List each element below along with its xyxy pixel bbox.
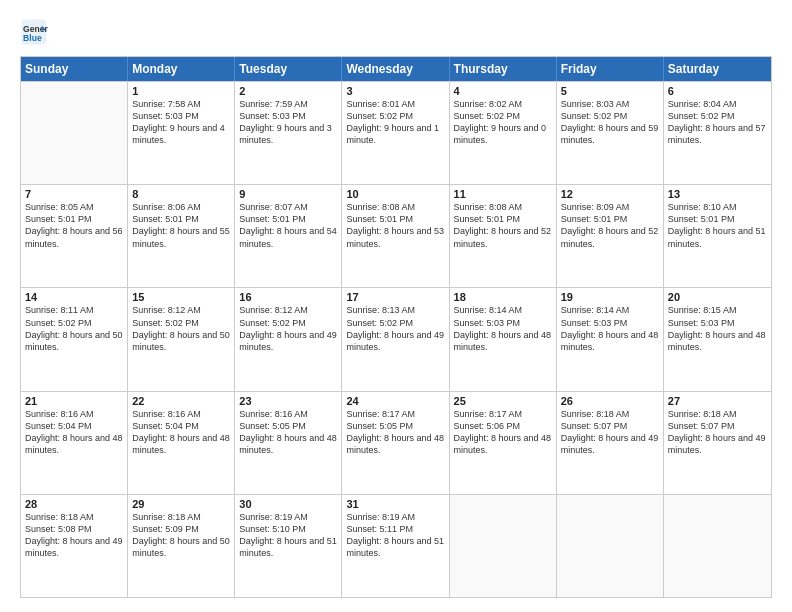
- sunrise-line: Sunrise: 8:08 AM: [454, 201, 552, 213]
- sunrise-line: Sunrise: 8:19 AM: [239, 511, 337, 523]
- daylight-label: Daylight: 8 hours and 55 minutes.: [132, 225, 230, 249]
- sunrise-line: Sunrise: 8:16 AM: [132, 408, 230, 420]
- day-header-saturday: Saturday: [664, 57, 771, 81]
- sunrise-line: Sunrise: 8:16 AM: [239, 408, 337, 420]
- sunset-line: Sunset: 5:06 PM: [454, 420, 552, 432]
- day-number: 8: [132, 188, 230, 200]
- week-row-5: 28Sunrise: 8:18 AMSunset: 5:08 PMDayligh…: [21, 494, 771, 597]
- day-number: 11: [454, 188, 552, 200]
- day-number: 30: [239, 498, 337, 510]
- day-cell-16: 16Sunrise: 8:12 AMSunset: 5:02 PMDayligh…: [235, 288, 342, 390]
- daylight-label: Daylight: 8 hours and 48 minutes.: [561, 329, 659, 353]
- sunset-line: Sunset: 5:05 PM: [346, 420, 444, 432]
- sunrise-line: Sunrise: 8:04 AM: [668, 98, 767, 110]
- sunrise-line: Sunrise: 8:15 AM: [668, 304, 767, 316]
- day-cell-5: 5Sunrise: 8:03 AMSunset: 5:02 PMDaylight…: [557, 82, 664, 184]
- calendar-body: 1Sunrise: 7:58 AMSunset: 5:03 PMDaylight…: [21, 81, 771, 597]
- sunset-line: Sunset: 5:02 PM: [239, 317, 337, 329]
- empty-cell: [557, 495, 664, 597]
- day-number: 5: [561, 85, 659, 97]
- daylight-label: Daylight: 8 hours and 48 minutes.: [668, 329, 767, 353]
- sunrise-line: Sunrise: 8:06 AM: [132, 201, 230, 213]
- sunrise-line: Sunrise: 8:12 AM: [132, 304, 230, 316]
- day-number: 23: [239, 395, 337, 407]
- day-cell-19: 19Sunrise: 8:14 AMSunset: 5:03 PMDayligh…: [557, 288, 664, 390]
- day-number: 18: [454, 291, 552, 303]
- sunset-line: Sunset: 5:05 PM: [239, 420, 337, 432]
- daylight-label: Daylight: 8 hours and 49 minutes.: [561, 432, 659, 456]
- daylight-label: Daylight: 8 hours and 50 minutes.: [25, 329, 123, 353]
- day-cell-30: 30Sunrise: 8:19 AMSunset: 5:10 PMDayligh…: [235, 495, 342, 597]
- daylight-label: Daylight: 8 hours and 52 minutes.: [454, 225, 552, 249]
- empty-cell: [21, 82, 128, 184]
- sunset-line: Sunset: 5:07 PM: [668, 420, 767, 432]
- day-cell-6: 6Sunrise: 8:04 AMSunset: 5:02 PMDaylight…: [664, 82, 771, 184]
- day-number: 14: [25, 291, 123, 303]
- day-header-wednesday: Wednesday: [342, 57, 449, 81]
- sunrise-line: Sunrise: 8:18 AM: [25, 511, 123, 523]
- daylight-label: Daylight: 8 hours and 51 minutes.: [346, 535, 444, 559]
- daylight-label: Daylight: 8 hours and 48 minutes.: [25, 432, 123, 456]
- sunrise-line: Sunrise: 8:18 AM: [668, 408, 767, 420]
- day-header-friday: Friday: [557, 57, 664, 81]
- day-cell-2: 2Sunrise: 7:59 AMSunset: 5:03 PMDaylight…: [235, 82, 342, 184]
- sunset-line: Sunset: 5:07 PM: [561, 420, 659, 432]
- sunrise-line: Sunrise: 8:03 AM: [561, 98, 659, 110]
- daylight-label: Daylight: 8 hours and 50 minutes.: [132, 535, 230, 559]
- week-row-2: 7Sunrise: 8:05 AMSunset: 5:01 PMDaylight…: [21, 184, 771, 287]
- sunrise-line: Sunrise: 8:11 AM: [25, 304, 123, 316]
- sunrise-line: Sunrise: 8:09 AM: [561, 201, 659, 213]
- day-cell-13: 13Sunrise: 8:10 AMSunset: 5:01 PMDayligh…: [664, 185, 771, 287]
- day-number: 17: [346, 291, 444, 303]
- sunset-line: Sunset: 5:03 PM: [239, 110, 337, 122]
- day-number: 22: [132, 395, 230, 407]
- header: General Blue: [20, 18, 772, 46]
- sunrise-line: Sunrise: 8:08 AM: [346, 201, 444, 213]
- sunset-line: Sunset: 5:02 PM: [346, 317, 444, 329]
- week-row-1: 1Sunrise: 7:58 AMSunset: 5:03 PMDaylight…: [21, 81, 771, 184]
- day-number: 1: [132, 85, 230, 97]
- day-header-monday: Monday: [128, 57, 235, 81]
- sunrise-line: Sunrise: 8:05 AM: [25, 201, 123, 213]
- sunset-line: Sunset: 5:02 PM: [668, 110, 767, 122]
- svg-text:Blue: Blue: [23, 33, 42, 43]
- sunset-line: Sunset: 5:01 PM: [346, 213, 444, 225]
- logo-icon: General Blue: [20, 18, 48, 46]
- day-header-sunday: Sunday: [21, 57, 128, 81]
- daylight-label: Daylight: 8 hours and 49 minutes.: [239, 329, 337, 353]
- daylight-label: Daylight: 8 hours and 51 minutes.: [668, 225, 767, 249]
- daylight-label: Daylight: 8 hours and 51 minutes.: [239, 535, 337, 559]
- daylight-label: Daylight: 9 hours and 0 minutes.: [454, 122, 552, 146]
- sunset-line: Sunset: 5:02 PM: [132, 317, 230, 329]
- daylight-label: Daylight: 8 hours and 49 minutes.: [346, 329, 444, 353]
- daylight-label: Daylight: 8 hours and 50 minutes.: [132, 329, 230, 353]
- calendar-header-row: SundayMondayTuesdayWednesdayThursdayFrid…: [21, 57, 771, 81]
- day-number: 26: [561, 395, 659, 407]
- day-cell-25: 25Sunrise: 8:17 AMSunset: 5:06 PMDayligh…: [450, 392, 557, 494]
- sunrise-line: Sunrise: 8:16 AM: [25, 408, 123, 420]
- sunrise-line: Sunrise: 8:14 AM: [454, 304, 552, 316]
- day-cell-24: 24Sunrise: 8:17 AMSunset: 5:05 PMDayligh…: [342, 392, 449, 494]
- sunset-line: Sunset: 5:03 PM: [668, 317, 767, 329]
- sunrise-line: Sunrise: 7:58 AM: [132, 98, 230, 110]
- day-cell-3: 3Sunrise: 8:01 AMSunset: 5:02 PMDaylight…: [342, 82, 449, 184]
- day-number: 19: [561, 291, 659, 303]
- day-cell-9: 9Sunrise: 8:07 AMSunset: 5:01 PMDaylight…: [235, 185, 342, 287]
- sunrise-line: Sunrise: 7:59 AM: [239, 98, 337, 110]
- day-cell-31: 31Sunrise: 8:19 AMSunset: 5:11 PMDayligh…: [342, 495, 449, 597]
- day-number: 24: [346, 395, 444, 407]
- daylight-label: Daylight: 9 hours and 3 minutes.: [239, 122, 337, 146]
- daylight-label: Daylight: 8 hours and 54 minutes.: [239, 225, 337, 249]
- day-number: 16: [239, 291, 337, 303]
- day-cell-8: 8Sunrise: 8:06 AMSunset: 5:01 PMDaylight…: [128, 185, 235, 287]
- sunset-line: Sunset: 5:10 PM: [239, 523, 337, 535]
- day-number: 4: [454, 85, 552, 97]
- day-number: 7: [25, 188, 123, 200]
- day-header-tuesday: Tuesday: [235, 57, 342, 81]
- daylight-label: Daylight: 8 hours and 49 minutes.: [25, 535, 123, 559]
- day-number: 6: [668, 85, 767, 97]
- day-number: 12: [561, 188, 659, 200]
- sunrise-line: Sunrise: 8:18 AM: [561, 408, 659, 420]
- day-cell-12: 12Sunrise: 8:09 AMSunset: 5:01 PMDayligh…: [557, 185, 664, 287]
- daylight-label: Daylight: 8 hours and 49 minutes.: [668, 432, 767, 456]
